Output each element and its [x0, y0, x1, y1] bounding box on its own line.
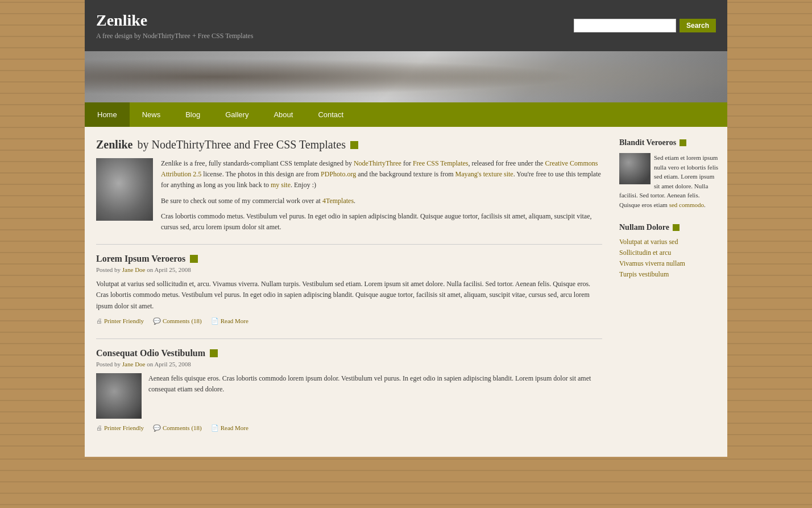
intro-body: Zenlike is a free, fully standards-compl… [96, 158, 602, 233]
site-header: Zenlike A free design by NodeThirtyThree… [85, 0, 727, 51]
nav-item-gallery[interactable]: Gallery [213, 102, 261, 127]
post-divider [96, 338, 602, 339]
sidebar-nullam-square [673, 224, 680, 231]
sidebar-blandit-image [619, 153, 651, 184]
intro-paragraph1: Zenlike is a free, fully standards-compl… [161, 158, 602, 191]
post-2: Consequat Odio Vestibulum Posted by Jane… [96, 348, 602, 432]
link-pdphoto[interactable]: PDPhoto.org [321, 170, 356, 178]
content-area: Zenlike by NodeThirtyThree and Free CSS … [85, 127, 727, 457]
nav-item-news[interactable]: News [130, 102, 173, 127]
intro-title-rest: by NodeThirtyThree and Free CSS Template… [137, 138, 345, 151]
post-2-comments-link[interactable]: Comments (18) [163, 424, 202, 431]
intro-paragraph3: Cras lobortis commodo metus. Vestibulum … [161, 211, 602, 233]
sidebar-blandit: Blandit Veroeros Sed etiam et lorem ipsu… [619, 138, 719, 209]
link-nodethirtythree[interactable]: NodeThirtyThree [354, 159, 401, 167]
sidebar-nullam-links: Volutpat at varius sed Sollicitudin et a… [619, 238, 719, 279]
post-2-author[interactable]: Jane Doe [122, 361, 146, 367]
post-1-actions: 🖨 Printer Friendly 💬 Comments (18) 📄 Rea… [96, 317, 602, 325]
readmore-icon: 📄 [211, 317, 219, 325]
site-subtitle: A free design by NodeThirtyThree + Free … [96, 32, 253, 40]
sidebar-nullam: Nullam Dolore Volutpat at varius sed Sol… [619, 223, 719, 279]
nav-item-blog[interactable]: Blog [173, 102, 213, 127]
post-2-title-text: Consequat Odio Vestibulum [96, 348, 205, 358]
sidebar-link-1: Volutpat at varius sed [619, 238, 719, 246]
post-1-green-square [190, 255, 198, 263]
intro-title-bold: Zenlike [96, 138, 132, 151]
post-1-comments-link[interactable]: Comments (18) [163, 317, 202, 324]
post-2-readmore: 📄 Read More [211, 424, 248, 432]
sidebar-nullam-title-text: Nullam Dolore [619, 223, 669, 232]
main-nav: Home News Blog Gallery About Contact [85, 102, 727, 127]
post-2-body: Aenean felis quisque eros. Cras lobortis… [96, 373, 602, 419]
nav-item-contact[interactable]: Contact [305, 102, 356, 127]
sidebar-blandit-title-text: Blandit Veroeros [619, 138, 676, 147]
sidebar-link-3: Vivamus viverra nullam [619, 259, 719, 268]
nav-item-about[interactable]: About [261, 102, 305, 127]
sidebar-blandit-link[interactable]: sed commodo [669, 201, 704, 208]
comments-icon-2: 💬 [153, 424, 161, 432]
site-title: Zenlike [96, 11, 253, 30]
sidebar-nullam-title: Nullam Dolore [619, 223, 719, 232]
sidebar-blandit-square [680, 139, 686, 146]
sidebar-link-4: Turpis vestibulum [619, 270, 719, 279]
post-1-meta: Posted by Jane Doe on April 25, 2008 [96, 266, 602, 273]
search-area: Search [574, 19, 716, 32]
post-2-readmore-link[interactable]: Read More [221, 424, 248, 431]
sidebar-link-3-anchor[interactable]: Vivamus viverra nullam [619, 259, 685, 267]
sidebar-blandit-title: Blandit Veroeros [619, 138, 719, 147]
intro-paragraph2: Be sure to check out some of my commerci… [161, 196, 602, 206]
post-1: Lorem Ipsum Veroeros Posted by Jane Doe … [96, 254, 602, 325]
post-1-author[interactable]: Jane Doe [122, 266, 146, 273]
link-mysite[interactable]: my site [271, 181, 291, 189]
post-2-date: April 25, 2008 [154, 361, 190, 367]
post-1-comments: 💬 Comments (18) [153, 317, 202, 325]
post-1-date: April 25, 2008 [154, 266, 190, 273]
post-1-title-text: Lorem Ipsum Veroeros [96, 254, 185, 264]
sidebar-link-2: Sollicitudin et arcu [619, 249, 719, 257]
sidebar: Blandit Veroeros Sed etiam et lorem ipsu… [614, 127, 727, 457]
search-input[interactable] [574, 19, 676, 32]
printer-icon: 🖨 [96, 317, 102, 324]
sidebar-link-2-anchor[interactable]: Sollicitudin et arcu [619, 249, 671, 257]
title-green-square [350, 141, 358, 149]
sidebar-link-1-anchor[interactable]: Volutpat at varius sed [619, 238, 678, 246]
sidebar-blandit-content: Sed etiam et lorem ipsum nulla vero et l… [619, 153, 719, 209]
post-1-body-text: Volutpat at varius sed sollicitudin et, … [96, 279, 602, 312]
section-divider [96, 244, 602, 245]
nav-item-home[interactable]: Home [85, 102, 130, 127]
link-freecsstemplates[interactable]: Free CSS Templates [413, 159, 469, 167]
post-1-body: Volutpat at varius sed sollicitudin et, … [96, 279, 602, 312]
banner-image [85, 51, 727, 102]
post-1-title: Lorem Ipsum Veroeros [96, 254, 602, 264]
post-2-body-text: Aenean felis quisque eros. Cras lobortis… [148, 373, 602, 419]
post-2-meta: Posted by Jane Doe on April 25, 2008 [96, 361, 602, 367]
link-4templates[interactable]: 4Templates [322, 197, 354, 205]
intro-title: Zenlike by NodeThirtyThree and Free CSS … [96, 138, 602, 151]
post-2-printer-link[interactable]: Printer Friendly [104, 424, 144, 431]
sidebar-link-4-anchor[interactable]: Turpis vestibulum [619, 270, 669, 278]
link-mayang[interactable]: Mayang's texture site [455, 170, 513, 178]
post-1-readmore-link[interactable]: Read More [221, 317, 248, 324]
header-left: Zenlike A free design by NodeThirtyThree… [96, 11, 253, 40]
intro-text-block: Zenlike is a free, fully standards-compl… [161, 158, 602, 233]
post-1-printer: 🖨 Printer Friendly [96, 317, 144, 324]
post-1-readmore: 📄 Read More [211, 317, 248, 325]
post-2-actions: 🖨 Printer Friendly 💬 Comments (18) 📄 Rea… [96, 424, 602, 432]
comments-icon: 💬 [153, 317, 161, 325]
page-wrapper: Zenlike A free design by NodeThirtyThree… [85, 0, 727, 457]
post-2-green-square [210, 349, 218, 357]
post-2-printer: 🖨 Printer Friendly [96, 424, 144, 431]
search-button[interactable]: Search [680, 19, 716, 32]
printer-icon-2: 🖨 [96, 424, 102, 431]
intro-image [96, 158, 153, 221]
post-2-comments: 💬 Comments (18) [153, 424, 202, 432]
main-content: Zenlike by NodeThirtyThree and Free CSS … [85, 127, 614, 457]
readmore-icon-2: 📄 [211, 424, 219, 432]
post-2-title: Consequat Odio Vestibulum [96, 348, 602, 358]
post-1-printer-link[interactable]: Printer Friendly [104, 317, 144, 324]
intro-section: Zenlike by NodeThirtyThree and Free CSS … [96, 138, 602, 233]
post-2-thumbnail [96, 373, 142, 419]
banner-overlay [85, 51, 727, 102]
